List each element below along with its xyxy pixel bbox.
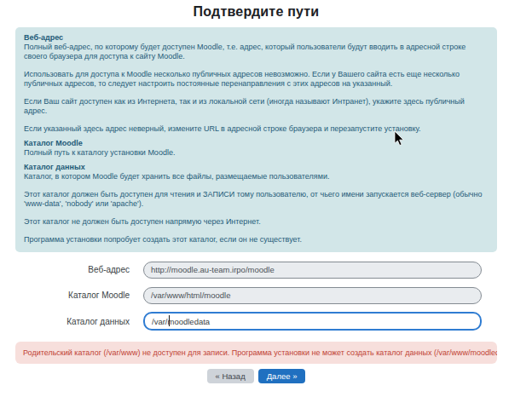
data-dir-input-wrap <box>143 312 482 331</box>
back-button[interactable]: « Назад <box>207 369 254 383</box>
form-row-data-dir: Каталог данных <box>15 312 497 331</box>
web-address-input-wrap <box>143 261 482 278</box>
form-row-moodle-dir: Каталог Moodle <box>15 286 497 303</box>
info-heading-data-dir: Каталог данных <box>24 163 487 172</box>
info-paragraph: Каталог, в котором Moodle будет хранить … <box>24 172 487 181</box>
info-heading-web-address: Веб-адрес <box>24 33 487 43</box>
info-paragraph: Полный путь к каталогу установки Moodle. <box>24 148 487 158</box>
text-cursor-caret <box>169 315 170 326</box>
info-section-web-address: Веб-адрес Полный веб-адрес, по которому … <box>24 33 487 134</box>
error-message: Родительский каталог (/var/www) не досту… <box>23 348 497 357</box>
info-paragraph: Полный веб-адрес, по которому будет дост… <box>24 43 487 61</box>
data-dir-label: Каталог данных <box>15 317 130 326</box>
info-paragraph: Если указанный здесь адрес неверный, изм… <box>24 124 487 134</box>
info-paragraph: Этот каталог не должен быть доступен нап… <box>24 217 487 227</box>
moodle-dir-input-wrap <box>143 286 482 303</box>
info-section-data-dir: Каталог данных Каталог, в котором Moodle… <box>24 163 487 245</box>
form-row-web-address: Веб-адрес <box>15 261 497 278</box>
error-alert: Родительский каталог (/var/www) не досту… <box>15 342 497 364</box>
info-heading-moodle-dir: Каталог Moodle <box>24 139 487 148</box>
next-button[interactable]: Далее » <box>258 369 306 383</box>
page-title: Подтвердите пути <box>15 4 497 20</box>
info-paragraph: Если Ваш сайт доступен как из Интернета,… <box>24 97 487 116</box>
info-paragraph: Этот каталог должен быть доступен для чт… <box>24 190 487 209</box>
info-paragraph: Программа установки попробует создать эт… <box>24 235 487 245</box>
info-section-moodle-dir: Каталог Moodle Полный путь к каталогу ус… <box>24 139 487 158</box>
moodle-dir-input[interactable] <box>143 287 482 304</box>
wizard-buttons: « Назад Далее » <box>15 369 497 383</box>
web-address-label: Веб-адрес <box>15 265 130 274</box>
moodle-dir-label: Каталог Moodle <box>15 291 130 300</box>
paths-info-box: Веб-адрес Полный веб-адрес, по которому … <box>15 27 497 252</box>
installer-page: Подтвердите пути Веб-адрес Полный веб-ад… <box>15 3 497 383</box>
web-address-input[interactable] <box>143 262 482 279</box>
data-dir-input[interactable] <box>143 312 482 331</box>
info-paragraph: Использовать для доступа к Moodle нескол… <box>24 70 487 89</box>
paths-form: Веб-адрес Каталог Moodle Каталог данных <box>15 261 497 331</box>
